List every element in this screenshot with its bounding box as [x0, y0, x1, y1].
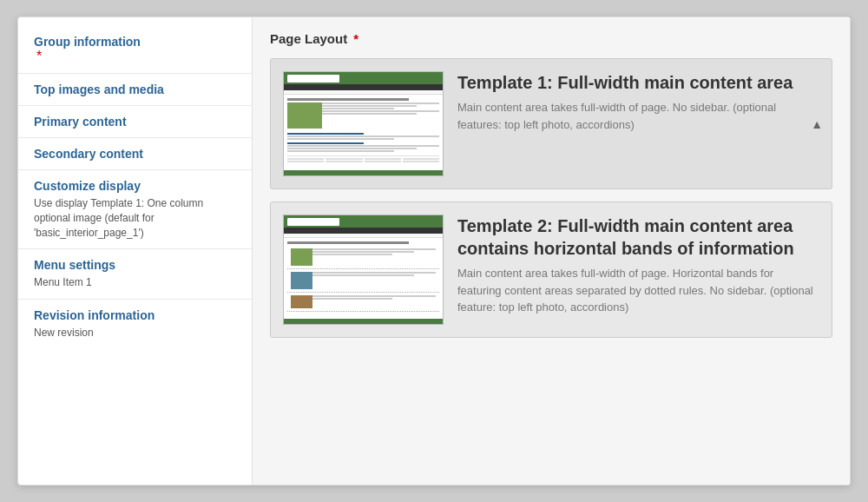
sidebar-item-group-information[interactable]: Group information * [18, 26, 252, 74]
mini-text-9 [287, 148, 417, 149]
mini-cell-1 [287, 158, 324, 160]
mini-band-text-1 [291, 248, 436, 250]
sidebar-link-menu-settings[interactable]: Menu settings [34, 258, 236, 272]
mini-text-6 [287, 135, 439, 137]
mini-cell-2 [326, 158, 362, 160]
main-content-area: Page Layout * [253, 17, 850, 485]
sidebar-link-top-images[interactable]: Top images and media [34, 83, 236, 96]
mini-band-1 [287, 246, 439, 269]
sidebar-link-primary-content[interactable]: Primary content [34, 115, 236, 129]
sidebar-item-customize-display[interactable]: Customize display Use display Template 1… [18, 170, 252, 249]
mini-footer-2 [284, 319, 443, 324]
template-card-2[interactable]: Template 2: Full-width main content area… [270, 201, 832, 338]
mini-image [287, 102, 322, 129]
mini-cell-4 [403, 158, 439, 160]
mini-nav-2 [284, 228, 443, 234]
sidebar-item-secondary-content[interactable]: Secondary content [18, 138, 252, 170]
mini-band-img-2 [291, 272, 312, 289]
mini-logo [287, 75, 339, 83]
mini-body-2 [284, 238, 443, 315]
mini-body [284, 95, 443, 167]
sidebar-sub-customize-display: Use display Template 1: One column optio… [34, 196, 236, 240]
mini-header [284, 72, 443, 84]
sidebar-link-customize-display[interactable]: Customize display [34, 179, 236, 193]
mini-band-img-1 [291, 248, 312, 266]
template-1-preview [283, 71, 444, 176]
template-1-info: Template 1: Full-width main content area… [457, 71, 819, 133]
sidebar-item-primary-content[interactable]: Primary content [18, 106, 252, 138]
template-2-info: Template 2: Full-width main content area… [457, 215, 819, 316]
sidebar: Group information * Top images and media… [18, 17, 253, 485]
template-2-desc: Main content area takes full-width of pa… [457, 265, 819, 316]
mini-text-8 [287, 145, 439, 147]
mini-header-2 [284, 215, 443, 228]
sidebar-link-revision-information[interactable]: Revision information [34, 308, 236, 322]
collapse-arrow-icon[interactable]: ▲ [811, 117, 823, 131]
mini-cell-7 [365, 161, 401, 162]
mini-cell-3 [365, 158, 401, 160]
mini-table [287, 155, 439, 162]
sidebar-link-group-information[interactable]: Group information [34, 35, 236, 49]
template-1-title: Template 1: Full-width main content area [457, 71, 819, 94]
sidebar-sub-menu-settings: Menu Item 1 [34, 275, 236, 290]
sidebar-sub-revision-information: New revision [34, 326, 236, 340]
mini-title-2 [287, 241, 409, 244]
mini-cell-6 [326, 161, 362, 162]
sidebar-item-top-images[interactable]: Top images and media [18, 74, 252, 106]
template-2-title: Template 2: Full-width main content area… [457, 215, 819, 260]
mini-cell-5 [287, 161, 324, 162]
template-2-preview [283, 215, 444, 325]
mini-table-row-1 [287, 158, 439, 160]
mini-footer [284, 170, 443, 175]
mini-band-text-6 [291, 295, 436, 297]
template-card-1[interactable]: Template 1: Full-width main content area… [270, 58, 832, 189]
sidebar-item-revision-information[interactable]: Revision information New revision [18, 300, 252, 349]
template-1-desc: Main content area takes full-width of pa… [457, 99, 819, 133]
mini-cell-8 [403, 161, 439, 162]
mini-table-row-2 [287, 161, 439, 162]
mini-section-2 [287, 142, 364, 144]
sidebar-item-menu-settings[interactable]: Menu settings Menu Item 1 [18, 249, 252, 300]
page-layout-title: Page Layout * [270, 31, 832, 46]
mini-text-10 [287, 150, 394, 152]
mini-band-3 [287, 293, 439, 312]
required-star-group: * [36, 49, 42, 63]
mini-nav [284, 84, 443, 90]
required-star-layout: * [353, 31, 358, 46]
mini-band-text-4 [291, 272, 436, 274]
mini-section-1 [287, 133, 364, 135]
mini-text-7 [287, 138, 394, 140]
mini-page-2 [284, 215, 443, 324]
mini-band-2 [287, 269, 439, 293]
page-container: Group information * Top images and media… [17, 17, 851, 485]
sidebar-link-secondary-content[interactable]: Secondary content [34, 147, 236, 161]
mini-page-1 [284, 72, 443, 175]
mini-logo-2 [287, 218, 339, 226]
mini-band-img-3 [291, 295, 312, 308]
mini-title [287, 98, 409, 101]
